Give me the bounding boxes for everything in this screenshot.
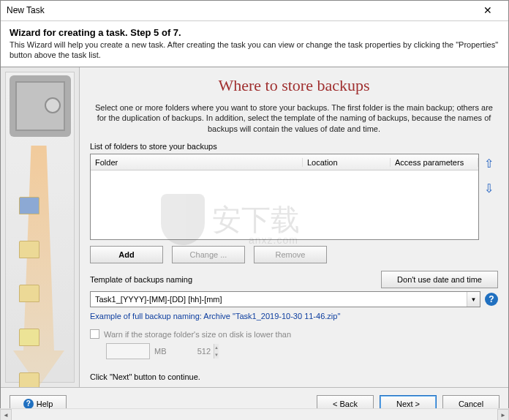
help-icon: ? <box>23 399 34 409</box>
folder-icon <box>19 285 39 302</box>
change-button: Change ... <box>172 246 245 263</box>
dont-use-date-button[interactable]: Don't use date and time <box>381 271 498 288</box>
arrow-down-icon: ⇩ <box>484 182 494 195</box>
folder-icon <box>19 372 39 388</box>
wizard-sidebar <box>1 67 80 388</box>
move-down-button[interactable]: ⇩ <box>484 181 497 195</box>
titlebar: New Task ✕ <box>1 1 508 21</box>
spinner-up-icon: ▲ <box>214 344 219 351</box>
size-unit: MB <box>154 347 167 356</box>
wizard-main: Where to store backups Select one or mor… <box>80 67 508 388</box>
arrow-graphic <box>13 146 64 387</box>
page-title: Where to store backups <box>90 76 498 95</box>
size-spinner: ▲ ▼ <box>214 344 219 359</box>
folder-icon <box>19 197 39 214</box>
warn-label: Warn if the storage folder's size on dis… <box>104 330 291 339</box>
folder-list[interactable]: Folder Location Access parameters ◄ ► <box>90 154 479 240</box>
wizard-step-title: Wizard for creating a task. Step 5 of 7. <box>10 27 499 38</box>
column-access[interactable]: Access parameters <box>391 158 478 167</box>
move-up-button[interactable]: ⇧ <box>484 157 497 170</box>
wizard-header: Wizard for creating a task. Step 5 of 7.… <box>1 21 508 67</box>
warn-checkbox[interactable] <box>90 329 99 339</box>
template-combobox[interactable]: ▼ <box>90 291 480 307</box>
window-title: New Task <box>7 5 473 15</box>
spinner-down-icon: ▼ <box>214 351 219 359</box>
wizard-step-description: This Wizard will help you create a new t… <box>10 40 499 61</box>
folder-icon <box>19 241 39 258</box>
column-folder[interactable]: Folder <box>91 158 303 167</box>
template-input[interactable] <box>91 295 467 304</box>
template-label: Template of backups naming <box>90 275 375 284</box>
folder-list-label: List of folders to store your backups <box>90 142 498 151</box>
close-icon: ✕ <box>483 4 492 16</box>
help-icon[interactable]: ? <box>485 293 498 306</box>
example-text: Example of full backup naming: Archive "… <box>90 312 498 320</box>
continue-hint: Click "Next" button to continue. <box>90 372 498 381</box>
close-button[interactable]: ✕ <box>473 1 502 20</box>
safe-icon <box>10 75 71 137</box>
column-location[interactable]: Location <box>303 158 391 167</box>
add-button[interactable]: Add <box>90 246 163 263</box>
wizard-body: Where to store backups Select one or mor… <box>1 67 508 388</box>
envelope-icon <box>19 329 39 346</box>
remove-button: Remove <box>254 246 327 263</box>
folder-list-header: Folder Location Access parameters <box>91 154 478 170</box>
sidebar-preview <box>5 72 75 383</box>
size-input: ▲ ▼ <box>106 343 150 359</box>
page-description: Select one or more folders where you wan… <box>90 102 498 135</box>
chevron-down-icon[interactable]: ▼ <box>467 292 480 307</box>
wizard-window: New Task ✕ Wizard for creating a task. S… <box>0 0 509 420</box>
arrow-up-icon: ⇧ <box>484 157 494 170</box>
help-button-label: Help <box>37 400 53 408</box>
